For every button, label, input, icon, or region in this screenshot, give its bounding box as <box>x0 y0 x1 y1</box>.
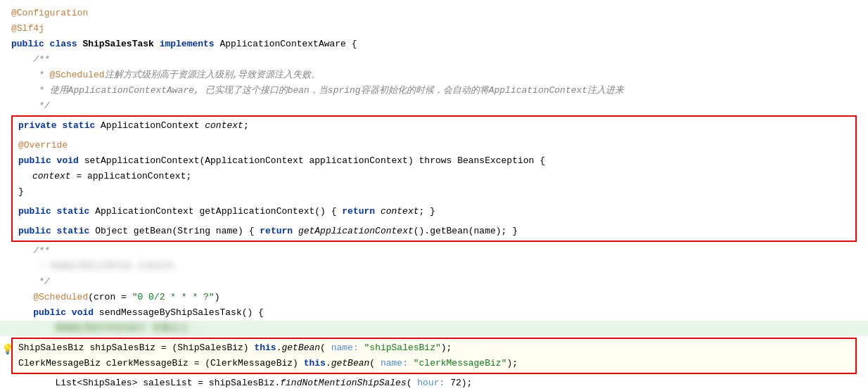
keyword: void <box>72 306 99 320</box>
keyword: public <box>11 37 50 51</box>
variable: context <box>205 119 243 133</box>
param-label: hour: <box>417 376 445 390</box>
code-line: ShipSalesBiz shipSalesBiz = (ShipSalesBi… <box>15 340 853 356</box>
param-label: name: <box>331 341 359 355</box>
comment-text: /** <box>11 244 50 258</box>
normal-text: ShipSalesBiz shipSalesBiz = (ShipSalesBi… <box>18 341 254 355</box>
code-editor: @Configuration @Slf4j public class ShipS… <box>0 0 868 391</box>
keyword: implements <box>160 37 220 51</box>
annotation-text: @Slf4j <box>11 22 44 36</box>
method-call: findNotMentionShipSales <box>280 376 406 390</box>
comment-text: 注解方式级别高于资源注入级别,导致资源注入失败。 <box>105 68 321 82</box>
highlighted-code-block-1: private static ApplicationContext contex… <box>11 115 857 242</box>
keyword: private <box>18 119 62 133</box>
normal-text: 72); <box>445 376 472 390</box>
normal-text: ; } <box>419 205 435 219</box>
code-line: @Override <box>15 138 853 153</box>
normal-text: ) { <box>238 224 260 238</box>
normal-text <box>408 357 414 371</box>
code-line: public static Object getBean (String nam… <box>15 224 853 239</box>
normal-text: BeansException { <box>457 154 545 168</box>
normal-text: (cron = <box>88 290 132 305</box>
normal-text: () { <box>314 205 342 219</box>
annotation-text: @Scheduled <box>50 68 105 82</box>
method-call: getBean <box>331 357 370 371</box>
normal-text: ApplicationContextAware { <box>219 37 357 51</box>
normal-text: ) <box>408 154 419 168</box>
normal-text: ; <box>243 119 249 133</box>
class-name: ShipSalesTask <box>82 37 159 51</box>
normal-text: Object <box>95 224 134 238</box>
method-name: sendMessageByShipSalesTask <box>99 306 242 320</box>
annotation-text: @Scheduled <box>11 290 88 305</box>
comment-text: ApplicationContext <box>489 84 587 98</box>
comment-text: * 使用 <box>11 84 68 98</box>
normal-text: ( <box>407 376 418 390</box>
normal-text <box>359 341 364 355</box>
keyword: static <box>62 119 101 133</box>
method-call: getBean <box>282 341 321 355</box>
code-line: private static ApplicationContext contex… <box>15 118 853 134</box>
keyword: this <box>304 357 326 371</box>
variable: context <box>32 169 71 184</box>
normal-text: ); <box>441 341 452 355</box>
code-line: context = applicationContext; <box>15 169 853 184</box>
method-name: getApplicationContext <box>199 205 314 219</box>
keyword: static <box>57 205 96 219</box>
keyword: return <box>342 205 381 219</box>
code-line: public class ShipSalesTask implements Ap… <box>0 37 868 52</box>
normal-text: (String <box>172 224 215 238</box>
code-line: */ <box>0 98 868 114</box>
code-line: public void setApplicationContext (Appli… <box>15 153 853 169</box>
code-line: @Scheduled (cron = "0 0/2 * * * ?" ) <box>0 290 868 305</box>
string-value: "clerkMessageBiz" <box>414 357 507 371</box>
comment-text: /** <box>11 53 50 67</box>
code-line: * 使用 ApplicationContextAware , 已实现了这个接口的… <box>0 83 868 98</box>
normal-text: } <box>18 185 24 199</box>
keyword: void <box>57 154 84 168</box>
keyword: public <box>18 224 57 238</box>
normal-text: ( <box>369 357 381 371</box>
code-line: * @Scheduled 注解方式级别高于资源注入级别,导致资源注入失败。 <box>0 68 868 83</box>
keyword: public <box>18 205 57 219</box>
variable: getApplicationContext <box>298 224 414 238</box>
code-line: ClerkMessageBiz clerkMessageBiz = (Clerk… <box>15 356 853 371</box>
comment-text: , 已实现了这个接口的bean，当spring容器初始化的时候，会自动的将 <box>194 84 489 98</box>
highlighted-code-block-2: ShipSalesBiz shipSalesBiz = (ShipSalesBi… <box>11 338 857 374</box>
keyword: this <box>254 341 276 355</box>
normal-text: ApplicationContext <box>95 205 199 219</box>
normal-text: List<ShipSales> salesList = shipSalesBiz… <box>11 376 280 390</box>
normal-text: ( <box>320 341 331 355</box>
param-label: name: <box>381 357 408 371</box>
keyword: return <box>260 224 298 238</box>
normal-text: (ApplicationContext <box>199 154 309 168</box>
annotation-text: @Override <box>18 139 68 153</box>
normal-text: ); <box>506 357 518 371</box>
normal-text: . <box>276 341 282 355</box>
comment-text: */ <box>11 275 50 289</box>
normal-text: ().getBean(name); } <box>414 224 518 238</box>
keyword: static <box>57 224 96 238</box>
code-line: public void sendMessageByShipSalesTask (… <box>0 305 868 321</box>
keyword: public <box>11 306 72 320</box>
normal-text: . <box>326 357 331 371</box>
code-line: } <box>15 184 853 200</box>
normal-text: () { <box>242 306 264 320</box>
annotation-text: @Configuration <box>11 6 88 20</box>
comment-text: 注入进来 <box>587 84 624 98</box>
code-line: /** <box>0 243 868 259</box>
code-line: @Configuration <box>0 6 868 21</box>
code-line: public static ApplicationContext getAppl… <box>15 204 853 219</box>
code-line: /** <box>0 52 868 68</box>
method-name: setApplicationContext <box>84 154 200 168</box>
code-line: List<ShipSales> salesList = shipSalesBiz… <box>0 376 868 391</box>
keyword: public <box>18 154 57 168</box>
warning-icon: 💡 <box>1 343 13 355</box>
blurred-green-text: 模糊处理的代码内容行 变量定义 <box>11 321 189 335</box>
keyword: class <box>50 37 83 51</box>
blurred-text: . <box>174 259 179 274</box>
blurred-dots: ... <box>189 321 205 335</box>
normal-text: ClerkMessageBiz clerkMessageBiz = (Clerk… <box>18 357 304 371</box>
param-name: name <box>216 224 238 238</box>
throws-keyword: throws <box>419 154 458 168</box>
